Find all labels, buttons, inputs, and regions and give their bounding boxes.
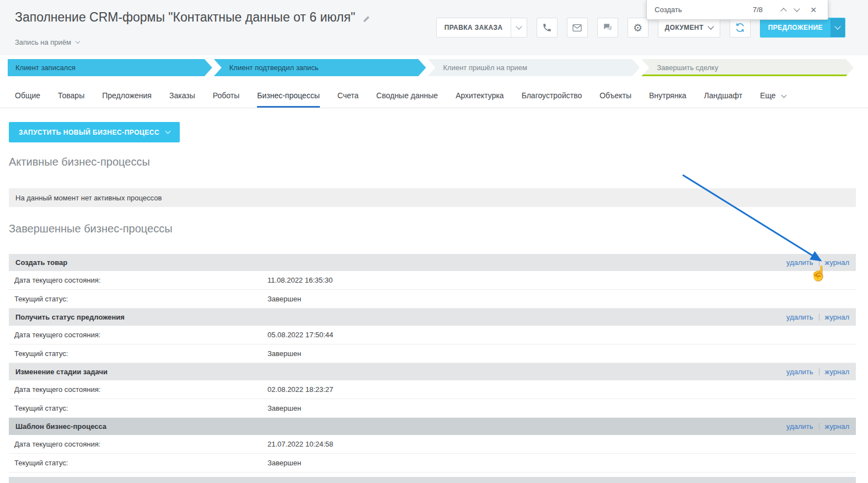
page-title: Заполнение CRM-формы "Контактные данные … [15, 10, 355, 24]
process-actions: удалить журнал [786, 368, 849, 376]
tab[interactable]: Еще [760, 91, 785, 108]
prev-button[interactable] [777, 3, 790, 17]
process-date-row: Дата текущего состояния: 05.08.2022 17:5… [9, 326, 856, 344]
status-value: Завершен [267, 349, 301, 358]
pipeline-stage[interactable]: Клиент записался [8, 59, 212, 76]
status-label: Текущий статус: [14, 349, 267, 358]
chevron-down-icon [834, 23, 840, 29]
status-label: Текущий статус: [14, 404, 267, 412]
completed-process-list: Создать товар удалить журнал Дата текуще… [9, 254, 856, 473]
tab[interactable]: Бизнес-процессы [257, 91, 319, 108]
delete-link[interactable]: удалить [786, 368, 813, 376]
next-button[interactable] [790, 3, 803, 17]
call-button[interactable] [537, 18, 558, 38]
chat-button[interactable] [597, 18, 618, 38]
delete-link[interactable]: удалить [786, 258, 813, 267]
offer-button[interactable]: ПРЕДЛОЖЕНИЕ [760, 18, 845, 38]
tab[interactable]: Внутрянка [649, 91, 687, 108]
close-button[interactable]: × [807, 3, 820, 17]
offer-label: ПРЕДЛОЖЕНИЕ [760, 24, 831, 31]
process-status-row: Текущий статус: Завершен [9, 454, 856, 473]
deal-type-label: Запись на приём [15, 38, 71, 46]
page-title-block: Заполнение CRM-формы "Контактные данные … [15, 7, 373, 53]
document-button[interactable]: ДОКУМЕНТ [658, 18, 720, 38]
tab[interactable]: Объекты [599, 91, 631, 108]
tab[interactable]: Счета [337, 91, 359, 108]
status-label: Текущий статус: [14, 459, 267, 467]
gear-icon: ⚙ [633, 23, 642, 33]
offer-dropdown[interactable] [831, 18, 845, 37]
process-header: Получить статус предложения удалить журн… [9, 309, 856, 326]
find-overlay-counter: 7/8 [753, 6, 763, 14]
stage-label: Клиент записался [15, 63, 76, 72]
start-new-process-label: ЗАПУСТИТЬ НОВЫЙ БИЗНЕС-ПРОЦЕСС [19, 129, 159, 136]
edit-title-pencil-icon[interactable] [363, 8, 370, 29]
stage-label: Завершить сделку [657, 63, 718, 72]
phone-icon [542, 23, 552, 33]
tab-label: Счета [337, 91, 359, 100]
date-value: 21.07.2022 10:24:58 [267, 440, 333, 448]
date-label: Дата текущего состояния: [14, 385, 267, 394]
chevron-down-icon [75, 39, 79, 44]
date-label: Дата текущего состояния: [14, 276, 267, 284]
edit-order-button[interactable]: ПРАВКА ЗАКАЗА [436, 18, 527, 38]
tab-label: Благоустройство [522, 91, 582, 100]
sync-icon [735, 22, 746, 33]
process-date-row: Дата текущего состояния: 21.07.2022 10:2… [9, 435, 856, 454]
tab[interactable]: Товары [58, 91, 84, 108]
edit-order-dropdown[interactable] [511, 18, 527, 37]
edit-order-label: ПРАВКА ЗАКАЗА [437, 24, 511, 31]
journal-link[interactable]: журнал [825, 313, 849, 321]
delete-link[interactable]: удалить [786, 313, 813, 321]
journal-link[interactable]: журнал [825, 368, 849, 376]
deal-stage-bar: Клиент записался Клиент подтвердил запис… [8, 59, 855, 76]
tab[interactable]: Роботы [213, 91, 239, 108]
process-title: Шаблон бизнес-процесса [15, 422, 106, 431]
tab[interactable]: Ландшафт [704, 91, 743, 108]
link-divider [819, 259, 819, 266]
toolbar: ПРАВКА ЗАКАЗА ⚙ ДОКУМЕНТ ПРЕДЛОЖЕНИЕ [436, 18, 845, 38]
tab-label: Объекты [599, 91, 631, 100]
delete-link[interactable]: удалить [786, 422, 813, 431]
email-button[interactable] [567, 18, 588, 38]
sync-button[interactable] [730, 18, 751, 38]
status-value: Завершен [267, 404, 301, 412]
envelope-icon [572, 23, 582, 33]
chevron-up-icon [780, 8, 786, 14]
tab-label: Ландшафт [704, 91, 743, 100]
tab-bar: Общие Товары Предложения Заказы Роботы Б… [0, 86, 868, 108]
date-value: 02.08.2022 18:23:27 [267, 385, 333, 394]
process-block: Создать товар удалить журнал Дата текуще… [9, 254, 856, 309]
tab-label: Архитектурка [456, 91, 504, 100]
settings-button[interactable]: ⚙ [628, 18, 649, 38]
stage-label: Клиент пришёл на прием [443, 63, 528, 72]
tab[interactable]: Благоустройство [522, 91, 582, 108]
process-title: Создать товар [15, 258, 67, 267]
tab[interactable]: Заказы [169, 91, 195, 108]
pipeline-stage[interactable]: Завершить сделку [641, 59, 854, 76]
tab-label: Товары [58, 91, 84, 100]
crm-deal-page: Заполнение CRM-формы "Контактные данные … [0, 0, 868, 483]
process-status-row: Текущий статус: Завершен [9, 399, 856, 418]
deal-type-selector[interactable]: Запись на приём [15, 38, 79, 46]
date-value: 05.08.2022 17:50:44 [267, 331, 333, 339]
tab[interactable]: Архитектурка [456, 91, 504, 108]
find-overlay-label: Создать [655, 6, 682, 14]
process-date-row: Дата текущего состояния: 11.08.2022 16:3… [9, 271, 856, 290]
tab-label: Внутрянка [649, 91, 687, 100]
link-divider [819, 314, 819, 321]
start-new-process-button[interactable]: ЗАПУСТИТЬ НОВЫЙ БИЗНЕС-ПРОЦЕСС [9, 122, 180, 142]
active-processes-title: Активные бизнес-процессы [9, 156, 856, 168]
tab[interactable]: Предложения [102, 91, 152, 108]
process-date-row: Дата текущего состояния: 02.08.2022 18:2… [9, 380, 856, 399]
tab[interactable]: Сводные данные [376, 91, 438, 108]
document-label: ДОКУМЕНТ [665, 24, 704, 31]
status-value: Завершен [267, 459, 301, 467]
start-process-row: ЗАПУСТИТЬ НОВЫЙ БИЗНЕС-ПРОЦЕСС [9, 122, 856, 142]
tab[interactable]: Общие [15, 91, 40, 108]
tab-label: Общие [15, 91, 40, 100]
journal-link[interactable]: журнал [825, 258, 849, 267]
journal-link[interactable]: журнал [825, 422, 849, 431]
pipeline-stage[interactable]: Клиент подтвердил запись [214, 59, 426, 76]
pipeline-stage[interactable]: Клиент пришёл на прием [428, 59, 640, 76]
